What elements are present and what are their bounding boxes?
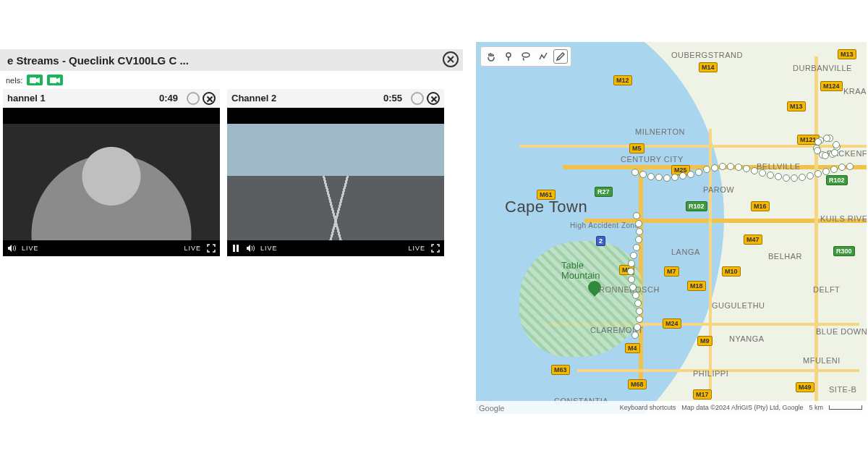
map-route-shield: M7 xyxy=(664,266,679,276)
streams-header: e Streams - Queclink CV100LG C ... xyxy=(0,49,463,71)
channel-close-button[interactable] xyxy=(203,92,216,105)
channel-bar: Channel 2 0:55 xyxy=(227,89,444,108)
video-frame-road xyxy=(227,124,444,240)
live-badge: LIVE xyxy=(184,245,201,252)
map-draw-tool[interactable] xyxy=(553,49,568,64)
map-scale-bar xyxy=(829,405,862,410)
map-route-shield: M13 xyxy=(838,49,856,59)
map-town-label: BELLVILLE xyxy=(757,162,801,171)
camera-icon xyxy=(30,77,40,84)
channel-timer: 0:55 xyxy=(383,93,402,104)
map-town-label: NYANGA xyxy=(729,334,765,343)
lasso-icon xyxy=(521,51,531,62)
close-panel-button[interactable] xyxy=(443,51,459,67)
record-indicator xyxy=(411,92,424,105)
pause-icon[interactable] xyxy=(231,244,240,253)
record-indicator xyxy=(187,92,200,105)
map-town-label: BLUE DOWN xyxy=(816,327,867,336)
map-brand-label: Google xyxy=(479,404,504,413)
channel-close-button[interactable] xyxy=(427,92,440,105)
map-route-shield: 2 xyxy=(596,236,605,246)
map-polyline-tool[interactable] xyxy=(536,49,550,64)
video-player-channel-1[interactable]: LIVE LIVE xyxy=(3,108,220,256)
polyline-icon xyxy=(538,51,548,62)
channel-tile-1: hannel 1 0:49 LIVE LIVE xyxy=(3,89,220,256)
map-route-shield: M24 xyxy=(663,318,681,329)
map-route-shield: M63 xyxy=(551,365,570,375)
map-town-label: MILNERTON xyxy=(635,127,685,136)
channel-timer: 0:49 xyxy=(159,93,178,104)
channel-grid: hannel 1 0:49 LIVE LIVE Channel 2 xyxy=(0,89,463,256)
map-poi-label: Table Mountain xyxy=(561,261,600,282)
map-park-area xyxy=(519,241,642,357)
fullscreen-icon[interactable] xyxy=(207,244,216,253)
live-label: LIVE xyxy=(260,245,278,252)
channel-name: Channel 2 xyxy=(231,93,276,104)
map-route-shield: M124 xyxy=(820,81,843,91)
map-route-shield: M17 xyxy=(693,389,712,400)
camera-icon xyxy=(50,77,60,84)
map-route-shield: M68 xyxy=(628,379,647,389)
svg-rect-1 xyxy=(50,77,56,83)
map-route-shield: M14 xyxy=(699,62,718,72)
map-town-label: PHILIPPI xyxy=(693,369,728,378)
close-icon xyxy=(447,56,454,63)
map-road xyxy=(709,129,712,397)
map-town-label: KRAAI xyxy=(843,87,867,96)
map-scale-label: 5 km xyxy=(809,404,823,411)
map-route-shield: M12 xyxy=(613,75,632,85)
map-route-shield: R300 xyxy=(833,246,855,256)
hand-icon xyxy=(486,51,496,62)
map-route-shield: M47 xyxy=(744,235,762,245)
route-map[interactable]: Table Mountain Cape Town High Accident Z… xyxy=(476,42,867,414)
map-route-shield: M3 xyxy=(619,265,634,275)
streams-title: e Streams - Queclink CV100LG C ... xyxy=(7,54,189,67)
map-city-label: Cape Town xyxy=(505,198,587,216)
map-route-shield: M25 xyxy=(671,165,690,175)
channel-tile-2: Channel 2 0:55 LIVE LIVE xyxy=(227,89,444,256)
map-route-shield: M4 xyxy=(625,343,640,353)
map-route-shield: M49 xyxy=(796,382,814,392)
map-attribution: Map data ©2024 AfriGIS (Pty) Ltd, Google xyxy=(681,404,803,411)
map-route-shield: R27 xyxy=(595,187,613,197)
channels-label: nels: xyxy=(6,76,22,85)
map-route-shield: R102 xyxy=(686,201,707,211)
svg-point-4 xyxy=(506,53,511,57)
map-town-label: CENTURY CITY xyxy=(621,155,684,164)
map-toolbar xyxy=(480,46,571,67)
channel-bar: hannel 1 0:49 xyxy=(3,89,220,108)
map-pan-tool[interactable] xyxy=(484,49,498,64)
video-controls: LIVE LIVE xyxy=(3,240,220,256)
map-road xyxy=(563,165,867,169)
pin-icon xyxy=(503,51,514,62)
video-controls: LIVE LIVE xyxy=(227,240,444,256)
channels-toggle-row: nels: xyxy=(0,71,463,89)
map-marker-tool[interactable] xyxy=(501,49,516,64)
map-route-shield: M61 xyxy=(537,190,556,200)
map-route-shield: M18 xyxy=(687,281,706,291)
map-town-label: SITE-B xyxy=(829,385,856,394)
channel-name: hannel 1 xyxy=(7,93,46,104)
pencil-icon xyxy=(556,51,566,62)
video-player-channel-2[interactable]: LIVE LIVE xyxy=(227,108,444,256)
fullscreen-icon[interactable] xyxy=(431,244,440,253)
map-route-shield: R102 xyxy=(826,175,848,185)
svg-rect-3 xyxy=(237,245,239,252)
map-keyboard-shortcuts-link[interactable]: Keyboard shortcuts xyxy=(620,404,676,411)
map-town-label: KUILS RIVER xyxy=(820,214,867,223)
map-route-shield: M5 xyxy=(629,143,644,153)
camera-toggle-channel-1[interactable] xyxy=(27,75,43,85)
map-town-label: RONNEBOSCH xyxy=(599,285,660,294)
map-town-label: LANGA xyxy=(671,248,700,256)
svg-rect-0 xyxy=(30,77,36,83)
volume-icon[interactable] xyxy=(7,244,16,253)
live-badge: LIVE xyxy=(408,245,425,252)
live-label: LIVE xyxy=(22,245,39,252)
volume-icon[interactable] xyxy=(246,244,255,253)
map-lasso-tool[interactable] xyxy=(519,49,533,64)
camera-toggle-channel-2[interactable] xyxy=(47,75,63,85)
map-town-label: PAROW xyxy=(703,185,734,194)
map-footer: Google Keyboard shortcuts Map data ©2024… xyxy=(476,401,867,414)
map-town-label: BELHAR xyxy=(768,252,802,261)
map-accident-label: High Accident Zone xyxy=(570,221,639,229)
